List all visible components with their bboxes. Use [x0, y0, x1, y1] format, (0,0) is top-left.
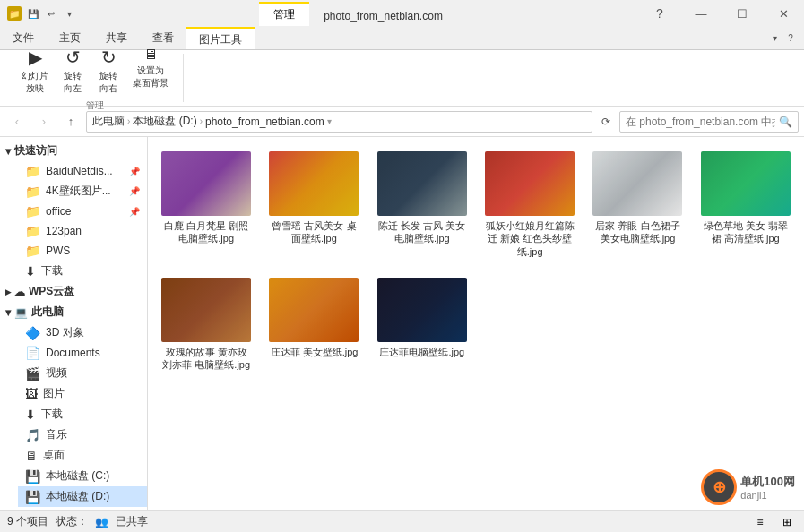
search-box[interactable]: 🔍 [619, 111, 799, 133]
file-item[interactable]: 绿色草地 美女 翡翠裙 高清壁纸.jpg [696, 146, 795, 263]
sidebar-item-pws[interactable]: 📁 PWS [18, 241, 147, 261]
rotate-left-icon: ↺ [65, 47, 81, 68]
sidebar-item-drive-c[interactable]: 💾 本地磁盘 (C:) [18, 466, 147, 486]
watermark-text-area: 单机100网 danji1 [740, 474, 795, 501]
ribbon-help-button[interactable]: ? [782, 30, 799, 47]
download-icon: ⬇ [25, 264, 36, 279]
sidebar-item-downloads[interactable]: ⬇ 下载 [18, 404, 147, 425]
this-pc-expand-icon: ▾ [5, 306, 11, 319]
rotate-right-button[interactable]: ↻ 旋转向右 [91, 44, 125, 98]
folder-icon: 📁 [25, 164, 40, 178]
sidebar-item-123pan[interactable]: 📁 123pan [18, 221, 147, 241]
breadcrumb[interactable]: 此电脑 › 本地磁盘 (D:) › photo_from_netbian.com… [86, 111, 592, 133]
tab-manage[interactable]: 管理 [259, 2, 309, 26]
svg-rect-1 [269, 151, 359, 216]
slideshow-button[interactable]: ▶ 幻灯片放映 [16, 44, 54, 98]
desktop-icon: 🖥 [25, 449, 38, 463]
music-icon: 🎵 [25, 428, 40, 442]
quick-access-toolbar: 💾 ↩ ▾ [25, 5, 77, 21]
rotate-left-label: 旋转向左 [64, 70, 82, 95]
slideshow-label: 幻灯片放映 [22, 70, 48, 95]
breadcrumb-folder: photo_from_netbian.com [205, 116, 324, 128]
file-area: 白鹿 白月梵星 剧照 电脑壁纸.jpg 曾雪瑶 古风美女 桌面壁纸.jpg 陈迁… [148, 137, 804, 510]
file-name: 狐妖小红娘月红篇陈迁 新娘 红色头纱壁纸.jpg [484, 219, 575, 258]
pin-icon: 📌 [129, 186, 140, 196]
file-item[interactable]: 庄达菲 美女壁纸.jpg [264, 272, 363, 377]
sidebar-item-desktop[interactable]: 🖥 桌面 [18, 445, 147, 466]
status-icon: 👥 [95, 516, 108, 528]
search-input[interactable] [626, 116, 775, 128]
sidebar-item-drive-d[interactable]: 💾 本地磁盘 (D:) [18, 486, 147, 507]
status-bar: 9 个项目 状态： 👥 已共享 ≡ ⊞ [0, 510, 804, 532]
file-name: 玫瑰的故事 黄亦玫 刘亦菲 电脑壁纸.jpg [160, 346, 252, 372]
file-item[interactable]: 居家 养眼 白色裙子 美女电脑壁纸.jpg [588, 146, 687, 263]
view-grid-button[interactable]: ⊞ [777, 512, 797, 532]
file-item[interactable]: 玫瑰的故事 黄亦玫 刘亦菲 电脑壁纸.jpg [157, 272, 255, 377]
file-name: 绿色草地 美女 翡翠裙 高清壁纸.jpg [700, 219, 791, 245]
maximize-button[interactable]: ☐ [722, 0, 763, 27]
ribbon: 文件 主页 共享 查看 图片工具 ▾ ? ▶ 幻灯片放映 ↺ 旋转向左 ↻ 旋 [0, 27, 804, 107]
help-button[interactable]: ? [639, 0, 680, 27]
set-wallpaper-button[interactable]: 🖥 设置为桌面背景 [127, 44, 174, 98]
app-icon: 📁 [7, 6, 22, 21]
slideshow-icon: ▶ [29, 47, 42, 68]
watermark-url: danji1 [740, 490, 795, 501]
window-controls: ? — ☐ ✕ [639, 0, 804, 27]
minimize-button[interactable]: — [680, 0, 722, 27]
file-item[interactable]: 陈迁 长发 古风 美女电脑壁纸.jpg [373, 146, 471, 263]
folder-icon: 📁 [25, 224, 40, 238]
breadcrumb-sep1: › [127, 116, 130, 126]
quick-access-header[interactable]: ▾ 快速访问 [0, 141, 147, 161]
back-button[interactable]: ‹ [5, 110, 29, 133]
sidebar-item-label: 视频 [46, 365, 140, 381]
qa-save-button[interactable]: 💾 [25, 5, 41, 21]
file-item[interactable]: 曾雪瑶 古风美女 桌面壁纸.jpg [264, 146, 363, 263]
this-pc-header[interactable]: ▾ 💻 此电脑 [0, 302, 147, 322]
sidebar-item-videos[interactable]: 🎬 视频 [18, 363, 147, 383]
address-bar: ‹ › ↑ 此电脑 › 本地磁盘 (D:) › photo_from_netbi… [0, 107, 804, 137]
documents-icon: 📄 [25, 346, 40, 360]
main-area: ▾ 快速访问 📁 BaiduNetdis... 📌 📁 4K壁纸图片... 📌 … [0, 137, 804, 510]
video-icon: 🎬 [25, 366, 40, 381]
drive-icon: 💾 [25, 490, 40, 504]
breadcrumb-pc: 此电脑 [92, 114, 125, 129]
set-wallpaper-icon: 🖥 [143, 47, 158, 63]
pin-icon: 📌 [129, 207, 140, 217]
refresh-button[interactable]: ⟳ [596, 112, 616, 132]
forward-button[interactable]: › [32, 110, 56, 133]
sidebar-item-label: 下载 [41, 263, 140, 279]
sidebar-item-pictures[interactable]: 🖼 图片 [18, 383, 147, 404]
svg-rect-7 [269, 278, 359, 342]
file-item[interactable]: 白鹿 白月梵星 剧照 电脑壁纸.jpg [157, 146, 255, 263]
sidebar-item-music[interactable]: 🎵 音乐 [18, 425, 147, 445]
sidebar-item-baidunetdisk[interactable]: 📁 BaiduNetdis... 📌 [18, 161, 147, 181]
close-button[interactable]: ✕ [763, 0, 804, 27]
ribbon-collapse-button[interactable]: ▾ [766, 30, 782, 47]
sidebar-item-drive-e[interactable]: 💾 新加载卷 (E:) [18, 507, 147, 510]
wps-header[interactable]: ▸ ☁ WPS云盘 [0, 281, 147, 302]
qa-undo-button[interactable]: ↩ [43, 5, 59, 21]
rotate-right-icon: ↻ [101, 47, 117, 68]
view-details-button[interactable]: ≡ [750, 512, 770, 532]
status-bar-right: ≡ ⊞ [750, 512, 797, 532]
sidebar-item-documents[interactable]: 📄 Documents [18, 343, 147, 363]
rotate-left-button[interactable]: ↺ 旋转向左 [56, 44, 90, 98]
svg-rect-3 [485, 151, 575, 216]
file-thumbnail [161, 151, 251, 216]
quick-access-label: 快速访问 [14, 143, 57, 159]
watermark-plus-icon: ⊕ [713, 477, 726, 497]
sidebar-item-download-quick[interactable]: ⬇ 下载 [18, 261, 147, 281]
sidebar-item-office[interactable]: 📁 office 📌 [18, 202, 147, 221]
file-item[interactable]: 庄达菲电脑壁纸.jpg [373, 272, 471, 377]
sidebar-item-label: 图片 [43, 386, 140, 401]
file-item[interactable]: 狐妖小红娘月红篇陈迁 新娘 红色头纱壁纸.jpg [480, 146, 579, 263]
tab-picture-tools[interactable]: 图片工具 [186, 27, 255, 49]
sidebar-item-label: 桌面 [43, 448, 140, 463]
up-button[interactable]: ↑ [59, 110, 82, 133]
file-name: 庄达菲 美女壁纸.jpg [271, 346, 359, 358]
qa-down-button[interactable]: ▾ [61, 5, 77, 21]
title-tab-filename: photo_from_netbian.com [309, 6, 457, 26]
file-grid: 白鹿 白月梵星 剧照 电脑壁纸.jpg 曾雪瑶 古风美女 桌面壁纸.jpg 陈迁… [157, 146, 795, 376]
sidebar-item-4kwallpaper[interactable]: 📁 4K壁纸图片... 📌 [18, 181, 147, 202]
sidebar-item-3d[interactable]: 🔷 3D 对象 [18, 322, 147, 343]
